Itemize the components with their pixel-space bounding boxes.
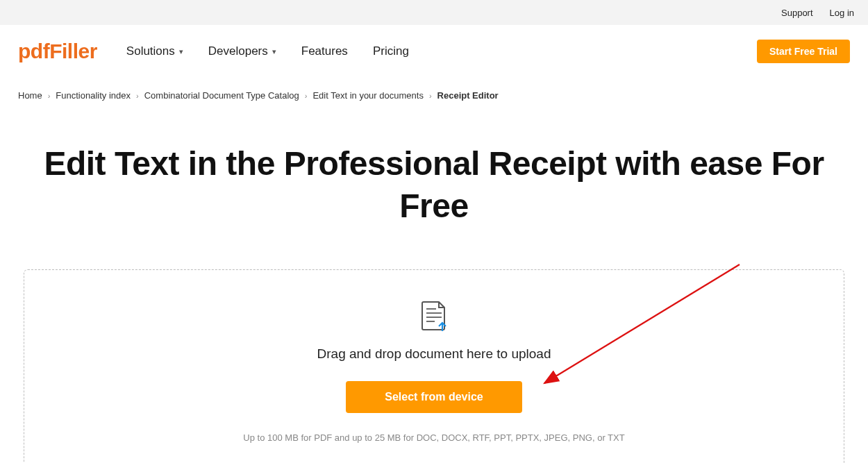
crumb-current: Receipt Editor <box>437 90 499 101</box>
nav-features[interactable]: Features <box>301 44 348 58</box>
crumb-functionality-index[interactable]: Functionality index <box>56 90 131 101</box>
nav-pricing[interactable]: Pricing <box>373 44 409 58</box>
logo[interactable]: pdfFiller <box>18 40 97 63</box>
upload-dropzone[interactable]: Drag and drop document here to upload Se… <box>24 269 844 463</box>
crumb-edit-text[interactable]: Edit Text in your documents <box>312 90 423 101</box>
chevron-right-icon: › <box>136 92 139 100</box>
select-from-device-button[interactable]: Select from device <box>346 381 521 413</box>
upload-section: Drag and drop document here to upload Se… <box>0 249 868 463</box>
nav-solutions[interactable]: Solutions ▾ <box>126 44 183 58</box>
nav-items: Solutions ▾ Developers ▾ Features Pricin… <box>126 44 757 58</box>
hero: Edit Text in the Professional Receipt wi… <box>0 108 868 249</box>
document-upload-icon <box>38 301 830 334</box>
crumb-home[interactable]: Home <box>18 90 42 101</box>
nav-developers[interactable]: Developers ▾ <box>208 44 276 58</box>
start-free-trial-button[interactable]: Start Free Trial <box>757 40 850 63</box>
nav-label: Solutions <box>126 44 175 58</box>
breadcrumb: Home › Functionality index › Combinatori… <box>0 78 868 108</box>
nav-label: Pricing <box>373 44 409 58</box>
chevron-right-icon: › <box>48 92 51 100</box>
chevron-right-icon: › <box>305 92 308 100</box>
main-nav: pdfFiller Solutions ▾ Developers ▾ Featu… <box>0 25 868 78</box>
nav-label: Features <box>301 44 348 58</box>
chevron-down-icon: ▾ <box>179 47 183 56</box>
support-link[interactable]: Support <box>781 8 813 18</box>
page-title: Edit Text in the Professional Receipt wi… <box>28 142 840 228</box>
crumb-doc-type-catalog[interactable]: Combinatorial Document Type Catalog <box>144 90 299 101</box>
top-utility-bar: Support Log in <box>0 0 868 25</box>
chevron-down-icon: ▾ <box>272 47 276 56</box>
upload-drag-text: Drag and drop document here to upload <box>38 346 830 362</box>
nav-label: Developers <box>208 44 268 58</box>
logo-filler: Filler <box>49 40 97 62</box>
upload-size-note: Up to 100 MB for PDF and up to 25 MB for… <box>38 432 830 443</box>
logo-pdf: pdf <box>18 40 49 62</box>
login-link[interactable]: Log in <box>830 8 854 18</box>
chevron-right-icon: › <box>429 92 432 100</box>
